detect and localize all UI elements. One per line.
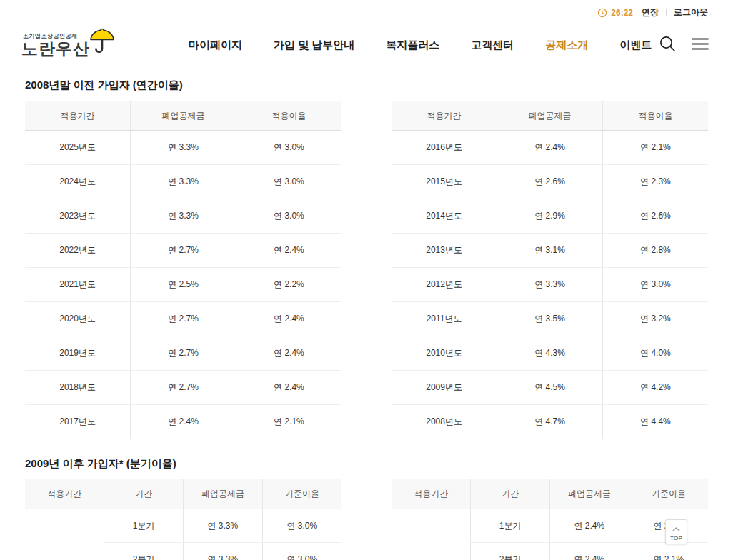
nav-item-event[interactable]: 이벤트: [619, 39, 652, 52]
column-header: 기간: [104, 479, 184, 509]
scroll-to-top-label: TOP: [670, 535, 682, 541]
column-header: 기준이율: [629, 479, 708, 509]
hamburger-menu-icon: [692, 38, 709, 52]
table-row: 2022년도연 2.7%연 2.4%: [25, 234, 341, 268]
umbrella-icon: [89, 26, 116, 59]
table-cell: 연 3.3%: [497, 268, 603, 302]
column-header: 폐업공제금: [550, 479, 629, 509]
table-cell: 연 3.1%: [497, 234, 603, 268]
table-cell: 연 4.4%: [602, 405, 708, 439]
main-nav: 마이페이지 가입 및 납부안내 복지플러스 고객센터 공제소개 이벤트: [189, 39, 652, 52]
table-cell: 연 2.7%: [131, 371, 236, 405]
table-cell: 2013년도: [392, 234, 497, 268]
table-cell: 연 2.4%: [550, 509, 629, 543]
table-cell: 연 2.4%: [550, 543, 629, 560]
table-row: 2017년도연 2.4%연 2.1%: [25, 405, 341, 439]
table-row: 1분기연 2.4%연 2.1%: [392, 509, 708, 543]
table-cell: 연 4.3%: [497, 336, 603, 371]
table-cell: 2018년도: [25, 371, 131, 405]
table-row: 2015년도연 2.6%연 2.3%: [392, 165, 708, 199]
table-row: 2011년도연 3.5%연 3.2%: [392, 302, 708, 336]
nav-item-join-payment[interactable]: 가입 및 납부안내: [274, 39, 354, 52]
table-cell: 연 3.3%: [131, 131, 236, 165]
table-cell: 연 3.3%: [184, 509, 263, 543]
logo[interactable]: 소기업소상공인공제 노란우산: [21, 31, 116, 59]
table-cell: 2016년도: [392, 131, 497, 165]
table-row: 2018년도연 2.7%연 2.4%: [25, 371, 341, 405]
table-cell: 연 3.0%: [602, 268, 708, 302]
table-cell: 2014년도: [392, 199, 497, 234]
annual-rate-table-right: 적용기간폐업공제금적용이율 2016년도연 2.4%연 2.1%2015년도연 …: [392, 101, 708, 439]
table-cell: 연 2.4%: [236, 336, 341, 371]
table-cell: 연 2.9%: [497, 199, 603, 234]
header-icons: [659, 36, 709, 54]
table-cell: 연 3.0%: [236, 165, 341, 199]
table-cell: 연 3.5%: [497, 302, 603, 336]
table-cell: 연 4.7%: [497, 405, 603, 439]
section-title-annual: 2008년말 이전 가입자 (연간이율): [25, 76, 708, 94]
table-cell: 2024년도: [25, 165, 131, 199]
table-cell: 연 2.4%: [236, 302, 341, 336]
page: 26:22 연장 로그아웃 소기업소상공인공제 노란우산 마이페이지 가입 및 …: [0, 0, 743, 560]
menu-button[interactable]: [692, 38, 709, 52]
table-cell: 2019년도: [25, 336, 131, 371]
clock-icon: [597, 8, 607, 18]
quarterly-rate-table-left: 적용기간기간폐업공제금기준이율 1분기연 3.3%연 3.0%2분기연 3.3%…: [25, 479, 341, 560]
table-cell: 연 2.4%: [236, 371, 341, 405]
table-cell: 연 2.1%: [236, 405, 341, 439]
table-cell: 연 2.7%: [131, 336, 236, 371]
table-cell: 연 4.5%: [497, 371, 603, 405]
table-cell: 연 2.7%: [131, 234, 236, 268]
table-cell: 연 3.0%: [262, 543, 341, 560]
global-header: 소기업소상공인공제 노란우산 마이페이지 가입 및 납부안내 복지플러스 고객센…: [0, 25, 743, 65]
logo-text: 소기업소상공인공제 노란우산: [21, 31, 90, 57]
nav-item-mutual-aid-intro[interactable]: 공제소개: [545, 39, 588, 52]
column-header: 적용이율: [602, 101, 708, 131]
column-header: 기준이율: [262, 479, 341, 509]
table-cell: 연 2.8%: [602, 234, 708, 268]
chevron-up-icon: [672, 523, 680, 534]
table-cell: 2009년도: [392, 371, 497, 405]
scroll-to-top-button[interactable]: TOP: [665, 519, 687, 544]
table-cell: 연 3.0%: [262, 509, 341, 543]
quarterly-rate-table-right: 적용기간기간폐업공제금기준이율 1분기연 2.4%연 2.1%2분기연 2.4%…: [392, 479, 708, 560]
table-cell: 연 2.7%: [131, 302, 236, 336]
extend-session-button[interactable]: 연장: [642, 6, 659, 19]
table-row: 2021년도연 2.5%연 2.2%: [25, 268, 341, 302]
column-header: 폐업공제금: [184, 479, 263, 509]
session-timer: 26:22: [611, 8, 633, 18]
table-cell: 2015년도: [392, 165, 497, 199]
table-cell: 연 2.6%: [497, 165, 603, 199]
table-row: 1분기연 3.3%연 3.0%: [25, 509, 341, 543]
annual-rate-tables: 적용기간폐업공제금적용이율 2025년도연 3.3%연 3.0%2024년도연 …: [25, 101, 708, 439]
table-cell: 2012년도: [392, 268, 497, 302]
table-cell: 연 4.0%: [602, 336, 708, 371]
nav-item-customer-center[interactable]: 고객센터: [471, 39, 514, 52]
table-header-row: 적용기간기간폐업공제금기준이율: [25, 479, 341, 509]
column-header: 적용기간: [25, 101, 131, 131]
nav-item-mypage[interactable]: 마이페이지: [189, 39, 242, 52]
table-cell: 연 3.0%: [236, 199, 341, 234]
logo-title: 노란우산: [21, 40, 90, 57]
table-row: 2025년도연 3.3%연 3.0%: [25, 131, 341, 165]
nav-item-welfare-plus[interactable]: 복지플러스: [386, 39, 439, 52]
table-cell: 2017년도: [25, 405, 131, 439]
table-row: 2020년도연 2.7%연 2.4%: [25, 302, 341, 336]
table-cell: 연 3.3%: [131, 165, 236, 199]
table-header-row: 적용기간폐업공제금적용이율: [392, 101, 708, 131]
table-header-row: 적용기간기간폐업공제금기준이율: [392, 479, 708, 509]
table-cell: 연 2.2%: [236, 268, 341, 302]
table-cell: 2020년도: [25, 302, 131, 336]
table-cell: [25, 509, 104, 560]
table-row: 2010년도연 4.3%연 4.0%: [392, 336, 708, 371]
logout-button[interactable]: 로그아웃: [674, 6, 708, 19]
table-cell: 1분기: [471, 509, 550, 543]
table-cell: 연 4.2%: [602, 371, 708, 405]
quarterly-rate-tables: 적용기간기간폐업공제금기준이율 1분기연 3.3%연 3.0%2분기연 3.3%…: [25, 479, 708, 560]
table-row: 2014년도연 2.9%연 2.6%: [392, 199, 708, 234]
table-cell: 1분기: [104, 509, 184, 543]
search-button[interactable]: [659, 36, 676, 54]
search-icon: [659, 36, 676, 54]
column-header: 기간: [471, 479, 550, 509]
table-cell: [392, 509, 471, 560]
